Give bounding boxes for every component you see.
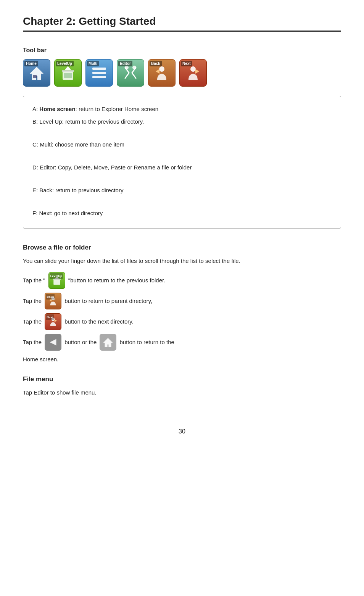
desc-a: A: Home screen: return to Explorer Home … [32,104,332,114]
levelup-svg [59,64,77,82]
chapter-title: Chapter 2: Getting Started [23,15,341,27]
back-arrow-svg [47,336,60,349]
svg-point-10 [132,66,136,69]
desc-f-text: F: Next: go to next directory [32,210,103,216]
page-number: 30 [23,428,341,435]
browse-intro-text: You can slide your finger down the list … [23,256,341,266]
multi-caption: Multi [87,61,99,66]
svg-rect-7 [92,72,106,74]
action3-suffix: button to the next directory. [64,317,134,327]
svg-rect-15 [53,279,60,285]
back-svg [153,64,171,82]
svg-rect-8 [92,76,106,78]
next-svg [184,64,202,82]
back-small-caption: Back [46,294,55,300]
editor-svg [121,64,140,82]
back-caption: Back [150,61,162,66]
home-screen-suffix: Home screen. [23,354,341,364]
editor-caption: Editor [118,61,132,66]
toolbar-icon-levelup: LevelUp [54,59,82,87]
multi-svg [90,64,108,82]
browse-section-title: Browse a file or folder [23,244,341,251]
home-caption: Home [24,61,38,66]
svg-rect-3 [64,73,72,78]
back-icon-box: Back [148,59,176,87]
action1-prefix: Tap the " [23,275,45,285]
action2-suffix: button to return to parent directory, [64,296,152,306]
action2-prefix: Tap the [23,296,42,306]
home-svg [27,64,46,82]
svg-marker-21 [55,319,57,322]
home-alt-small-icon [100,334,116,351]
chapter-divider [23,31,341,32]
back-small-icon: Back [45,293,61,309]
toolbar-icon-next: Next [179,59,207,87]
svg-marker-23 [103,338,113,347]
file-menu-title: File menu [23,375,341,383]
svg-marker-12 [156,69,159,74]
toolbar-icon-multi: Multi [85,59,113,87]
toolbar-icons-row: Home LevelUp [23,59,341,87]
desc-a-key: A: [32,106,39,112]
levelup-small-caption: LevelUp [50,273,63,279]
svg-marker-4 [65,66,71,70]
desc-d: D: Editor: Copy, Delete, Move, Paste or … [32,162,332,172]
toolbar-icon-editor: Editor [117,59,144,87]
action-home: Tap the button or the button to return t… [23,334,341,351]
action4-prefix: Tap the [23,337,42,347]
multi-icon-box: Multi [85,59,113,87]
desc-a-bold: Home screen [39,106,75,112]
home-alt-svg [101,336,114,349]
levelup-small-icon: LevelUp [48,272,65,289]
desc-c-text: C: Multi: choose more than one item [32,141,124,148]
levelup-icon-box: LevelUp [54,59,82,87]
home-icon-box: Home [23,59,50,87]
next-caption: Next [181,61,192,66]
next-small-caption: Next [46,314,54,321]
editor-icon-box: Editor [117,59,144,87]
desc-b: B: Level Up: return to the previous dire… [32,116,332,127]
levelup-caption: LevelUp [56,61,74,66]
action-levelup: Tap the " LevelUp "button to return to t… [23,272,341,289]
action1-suffix: "button to return to the previous folder… [68,275,166,285]
svg-rect-5 [62,70,74,72]
desc-f: F: Next: go to next directory [32,208,332,218]
toolbar-icon-home: Home [23,59,50,87]
file-menu-text: Tap Editor to show file menu. [23,388,341,398]
svg-rect-6 [92,68,106,70]
toolbar-icon-back: Back [148,59,176,87]
desc-e-text: E: Back: return to previous directory [32,187,123,193]
desc-b-text: B: Level Up: return to the previous dire… [32,118,144,125]
toolbar-label: Tool bar [23,47,341,54]
description-box: A: Home screen: return to Explorer Home … [23,96,341,229]
svg-point-11 [159,66,164,72]
action-next: Tap the Next button to the next director… [23,313,341,330]
back-arrow-small-icon [45,334,61,351]
desc-e: E: Back: return to previous directory [32,185,332,195]
svg-marker-14 [195,69,199,74]
toolbar-section: Tool bar Home LevelUp [23,47,341,229]
next-icon-box: Next [179,59,207,87]
action4-middle: button or the [64,337,97,347]
next-small-icon: Next [45,313,61,330]
desc-a-text: : return to Explorer Home screen [76,106,159,112]
desc-d-text: D: Editor: Copy, Delete, Move, Paste or … [32,164,192,171]
svg-rect-1 [33,75,37,78]
svg-marker-22 [50,339,56,345]
browse-section: Browse a file or folder You can slide yo… [23,244,341,364]
file-menu-section: File menu Tap Editor to show file menu. [23,375,341,398]
desc-c: C: Multi: choose more than one item [32,139,332,150]
action-back: Tap the Back button to return to parent … [23,293,341,309]
action4-suffix: button to return to the [119,337,174,347]
action3-prefix: Tap the [23,317,42,327]
svg-point-13 [190,66,196,72]
